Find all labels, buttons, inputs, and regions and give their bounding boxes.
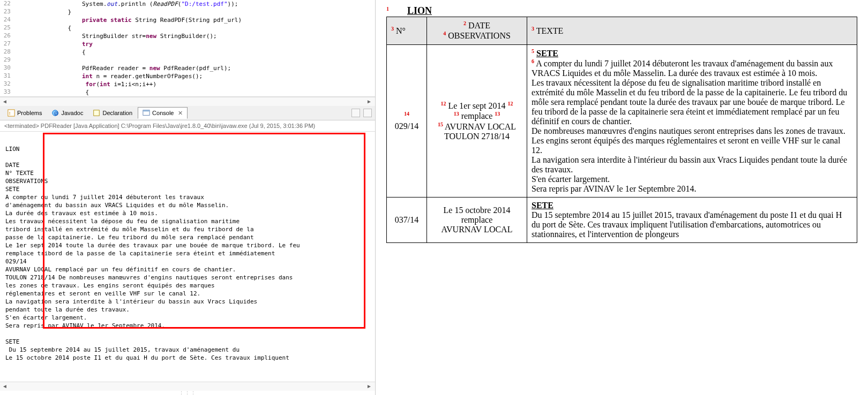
cell-texte: 5 SETE 6 A compter du lundi 7 juillet 20…: [527, 44, 857, 198]
console-toolbar: [351, 109, 372, 117]
svg-text:@: @: [54, 111, 59, 116]
problems-icon: !: [8, 109, 15, 117]
line-number: 30: [4, 64, 11, 71]
cell-body: Du 15 septembre 2014 au 15 juillet 2015,…: [532, 210, 842, 239]
cell-text: Le 1er sept 2014: [448, 101, 505, 110]
marker: 5: [532, 48, 534, 54]
line-number: 32: [4, 80, 11, 87]
line-number: 23: [4, 8, 11, 15]
console-scrollbar[interactable]: ◄ ►: [0, 382, 375, 391]
header-text: TEXTE: [536, 26, 564, 35]
marker: 12: [440, 101, 446, 107]
ide-panel: 22 23 24 25 26 27 28 29 30 31 32 33 Syst…: [0, 0, 376, 395]
col-header-texte: 3 TEXTE: [527, 17, 857, 45]
declaration-icon: [93, 109, 100, 117]
cell-text: AVURNAV LOCAL: [445, 122, 516, 131]
line-number: 27: [4, 40, 11, 47]
marker: 15: [438, 121, 443, 127]
cell-text: AVURNAV LOCAL: [442, 225, 513, 234]
header-text: N°: [396, 26, 406, 35]
marker: 2: [463, 20, 466, 26]
tab-label: Console: [152, 110, 174, 116]
sete-heading: SETE: [536, 49, 558, 58]
line-gutter: 22 23 24 25 26 27 28 29 30 31 32 33: [0, 0, 48, 96]
cell-text: remplace: [461, 215, 493, 224]
tab-label: Problems: [17, 110, 42, 116]
scroll-left-icon[interactable]: ◄: [2, 383, 9, 390]
line-number: 26: [4, 32, 11, 39]
marker: 6: [532, 58, 534, 64]
marker: 13: [495, 111, 500, 117]
tab-problems[interactable]: ! Problems: [3, 108, 46, 118]
doc-title-row: 1 LION: [386, 5, 857, 17]
line-number: 33: [4, 88, 11, 95]
console-output[interactable]: LION DATE N° TEXTE OBSERVATIONS SETE A c…: [0, 132, 375, 382]
line-number: 31: [4, 72, 11, 79]
cell-text: Le 15 octobre 2014: [444, 206, 511, 215]
bottom-tab-bar: ! Problems @ Javadoc Declaration: [0, 106, 375, 120]
tab-javadoc[interactable]: @ Javadoc: [47, 108, 87, 118]
line-number: 28: [4, 48, 11, 55]
line-number: 22: [4, 0, 11, 7]
clear-button[interactable]: [363, 109, 372, 117]
cell-body: A compter du lundi 7 juillet 2014 débute…: [532, 59, 847, 193]
col-header-num: 3 N°: [387, 17, 427, 45]
svg-rect-4: [94, 110, 100, 116]
svg-rect-6: [143, 110, 149, 112]
table-row: 14 029/14 12 Le 1er sept 2014 12 13 remp…: [387, 44, 857, 198]
line-number: 24: [4, 16, 11, 23]
code-content[interactable]: System.out.println (ReadPDF("D:/test.pdf…: [54, 0, 242, 96]
cell-date: Le 15 octobre 2014 remplace AVURNAV LOCA…: [427, 198, 527, 243]
editor-scrollbar[interactable]: ◄ ►: [0, 97, 375, 106]
tab-console[interactable]: Console ✕: [138, 107, 188, 119]
resize-handle[interactable]: ⋮⋮⋮: [0, 391, 375, 395]
sete-heading: SETE: [532, 201, 553, 210]
header-text: DATE: [468, 21, 490, 30]
cell-num: 037/14: [387, 198, 427, 243]
close-icon[interactable]: ✕: [178, 110, 183, 117]
cell-text: remplace: [461, 112, 493, 121]
svg-text:!: !: [9, 110, 11, 116]
cell-texte: SETE Du 15 septembre 2014 au 15 juillet …: [527, 198, 857, 243]
tab-label: Javadoc: [61, 110, 83, 116]
code-editor[interactable]: 22 23 24 25 26 27 28 29 30 31 32 33 Syst…: [0, 0, 375, 97]
header-text: OBSERVATIONS: [448, 32, 511, 41]
console-icon: [143, 109, 150, 117]
console-status-line: <terminated> PDFReader [Java Application…: [0, 120, 375, 132]
cell-text: 029/14: [395, 121, 418, 131]
marker: 3: [532, 26, 534, 32]
tab-declaration[interactable]: Declaration: [88, 108, 137, 118]
scroll-left-icon[interactable]: ◄: [2, 98, 9, 105]
marker: 14: [404, 111, 409, 117]
marker: 3: [391, 26, 394, 32]
marker: 13: [454, 111, 459, 117]
table-row: 037/14 Le 15 octobre 2014 remplace AVURN…: [387, 198, 857, 243]
pdf-render-panel: 1 LION 3 N° 2 DATE 4 OBSERVATIONS 3 TEXT…: [376, 0, 868, 395]
javadoc-icon: @: [51, 109, 59, 117]
line-number: 25: [4, 24, 11, 31]
doc-table: 3 N° 2 DATE 4 OBSERVATIONS 3 TEXTE 14 02…: [386, 17, 857, 243]
scroll-right-icon[interactable]: ►: [366, 383, 373, 390]
doc-title: LION: [407, 5, 432, 16]
scroll-right-icon[interactable]: ►: [366, 98, 373, 105]
marker: 12: [508, 101, 513, 107]
marker: 1: [386, 6, 389, 12]
line-number: 29: [4, 56, 11, 63]
cell-text: TOULON 2718/14: [444, 132, 510, 141]
col-header-date: 2 DATE 4 OBSERVATIONS: [427, 17, 527, 45]
stop-button[interactable]: [351, 109, 360, 117]
tab-label: Declaration: [102, 110, 132, 116]
table-header-row: 3 N° 2 DATE 4 OBSERVATIONS 3 TEXTE: [387, 17, 857, 45]
cell-date: 12 Le 1er sept 2014 12 13 remplace 13 15…: [427, 44, 527, 198]
cell-num: 14 029/14: [387, 44, 427, 198]
marker: 4: [443, 31, 446, 36]
